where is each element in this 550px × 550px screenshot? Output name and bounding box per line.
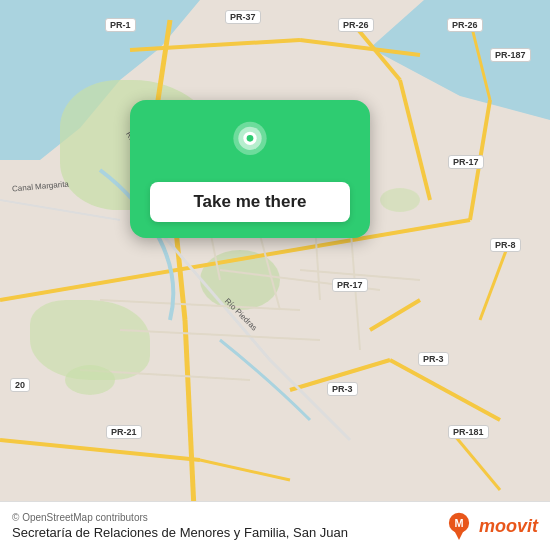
roads-layer: [0, 0, 550, 550]
road-label-pr187: PR-187: [490, 48, 531, 62]
svg-line-3: [185, 320, 195, 530]
road-label-pr37: PR-37: [225, 10, 261, 24]
svg-line-4: [130, 40, 300, 50]
road-label-20: 20: [10, 378, 30, 392]
road-label-pr3a: PR-3: [418, 352, 449, 366]
road-label-pr26a: PR-26: [338, 18, 374, 32]
road-label-pr21: PR-21: [106, 425, 142, 439]
svg-line-13: [390, 360, 500, 420]
svg-line-21: [100, 300, 300, 310]
svg-line-20: [0, 200, 120, 220]
bottom-bar: © OpenStreetMap contributors Secretaría …: [0, 501, 550, 550]
svg-line-16: [0, 440, 200, 460]
osm-attribution: © OpenStreetMap contributors: [12, 512, 348, 523]
road-label-pr1: PR-1: [105, 18, 136, 32]
map-container: PR-1 PR-37 PR-26 PR-26 PR-187 PR-17 PR-1…: [0, 0, 550, 550]
svg-line-22: [120, 330, 320, 340]
svg-line-11: [370, 300, 420, 330]
moovit-pin-icon: M: [445, 512, 473, 540]
svg-point-35: [247, 135, 254, 142]
svg-line-17: [200, 460, 290, 480]
svg-line-15: [450, 430, 500, 490]
svg-marker-38: [454, 531, 463, 540]
moovit-brand-text: moovit: [479, 516, 538, 537]
svg-line-18: [150, 220, 270, 360]
bottom-left: © OpenStreetMap contributors Secretaría …: [12, 512, 348, 540]
road-label-pr26b: PR-26: [447, 18, 483, 32]
moovit-logo: M moovit: [445, 512, 538, 540]
svg-point-31: [380, 188, 420, 212]
svg-line-19: [270, 360, 350, 440]
svg-line-5: [300, 40, 420, 55]
road-label-pr8: PR-8: [490, 238, 521, 252]
road-label-pr17a: PR-17: [448, 155, 484, 169]
popup-card: Take me there: [130, 100, 370, 238]
svg-line-8: [470, 20, 490, 100]
svg-line-7: [400, 80, 430, 200]
svg-text:M: M: [454, 517, 463, 529]
svg-line-12: [480, 240, 510, 320]
location-pin-icon: [225, 120, 275, 170]
road-label-pr181: PR-181: [448, 425, 489, 439]
road-label-pr17b: PR-17: [332, 278, 368, 292]
svg-point-30: [65, 365, 115, 395]
place-name: Secretaría de Relaciones de Menores y Fa…: [12, 525, 348, 540]
road-label-pr3b: PR-3: [327, 382, 358, 396]
take-me-there-button[interactable]: Take me there: [150, 182, 350, 222]
